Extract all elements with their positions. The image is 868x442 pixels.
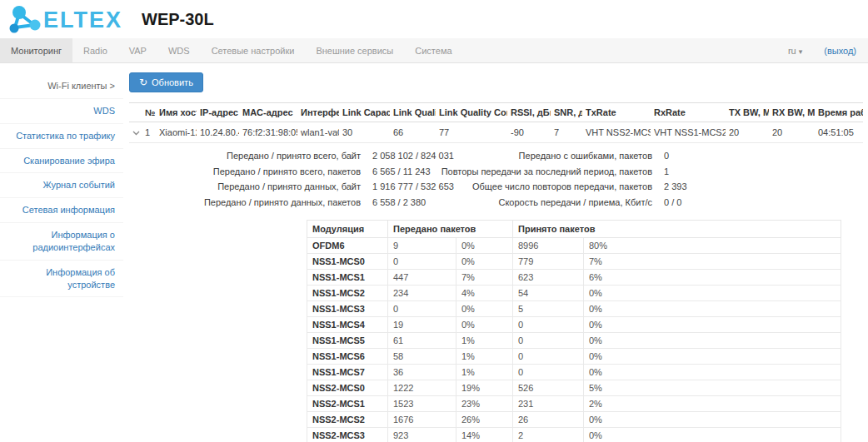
clients-table-header-row: №Имя хостаIP-адресMAC-адресИнтерфейсLink… bbox=[129, 103, 863, 122]
stats-left-group: Передано / принято всего, байт2 058 102 … bbox=[129, 148, 454, 210]
client-num: 1 bbox=[142, 122, 156, 143]
mod-cell: 6% bbox=[584, 270, 841, 286]
sidebar-item-7[interactable]: Информация об устройстве bbox=[0, 261, 123, 298]
sidebar-item-1[interactable]: WDS bbox=[0, 99, 123, 124]
sidebar-item-4[interactable]: Журнал событий bbox=[0, 173, 123, 198]
mod-cell: 0% bbox=[456, 254, 513, 270]
mod-cell: 14% bbox=[456, 428, 513, 442]
modulation-row: NSS1-MCS000%7797% bbox=[307, 254, 841, 270]
modulation-header-2: Принято пакетов bbox=[513, 221, 841, 238]
mod-cell: 80% bbox=[584, 238, 841, 254]
mod-cell: 61 bbox=[388, 333, 456, 349]
refresh-icon: ↻ bbox=[139, 77, 147, 87]
tab-2[interactable]: VAP bbox=[118, 38, 157, 62]
mod-cell: 231 bbox=[513, 396, 584, 412]
tab-0[interactable]: Мониторинг bbox=[0, 38, 72, 62]
main-content: ↻ Обновить №Имя хостаIP-адресMAC-адресИн… bbox=[123, 63, 868, 442]
mod-cell: 8996 bbox=[513, 238, 584, 254]
sidebar-item-5[interactable]: Сетевая информация bbox=[0, 198, 123, 223]
refresh-button[interactable]: ↻ Обновить bbox=[129, 72, 203, 92]
clients-header-13: RX BW, МГц bbox=[769, 103, 815, 122]
mod-cell: 0% bbox=[584, 428, 841, 442]
sidebar: Wi-Fi клиенты >WDSСтатистика по трафикуС… bbox=[0, 63, 123, 442]
mod-cell: NSS2-MCS0 bbox=[307, 380, 388, 396]
logo-text: ELTEX bbox=[43, 9, 122, 32]
tab-5[interactable]: Внешние сервисы bbox=[305, 38, 404, 62]
modulation-table-header-row: МодуляцияПередано пакетовПринято пакетов bbox=[307, 221, 841, 238]
page-title: WEP-30L bbox=[142, 10, 214, 29]
modulation-row: NSS1-MCS300%50% bbox=[307, 301, 841, 317]
clients-header-11: RxRate bbox=[651, 103, 726, 122]
sidebar-item-0[interactable]: Wi-Fi клиенты > bbox=[0, 74, 123, 99]
stat-row: Повторы передачи за последний период, па… bbox=[433, 164, 687, 180]
mod-cell: 0% bbox=[584, 333, 841, 349]
client-rssi: -90 bbox=[507, 122, 551, 143]
mod-cell: NSS2-MCS3 bbox=[307, 428, 388, 442]
mod-cell: 0 bbox=[513, 317, 584, 333]
mod-cell: 1% bbox=[456, 349, 513, 365]
modulation-header-1: Передано пакетов bbox=[388, 221, 513, 238]
mod-cell: 2% bbox=[584, 396, 841, 412]
sidebar-item-3[interactable]: Сканирование эфира bbox=[0, 149, 123, 174]
mod-cell: 234 bbox=[388, 286, 456, 301]
client-host: Xiaomi-12T bbox=[156, 122, 197, 143]
client-link_capacity: 30 bbox=[339, 122, 390, 143]
mod-cell: 26 bbox=[513, 412, 584, 428]
modulation-header-0: Модуляция bbox=[307, 221, 388, 238]
tab-4[interactable]: Сетевые настройки bbox=[201, 38, 306, 62]
mod-cell: 19% bbox=[456, 380, 513, 396]
sidebar-item-6[interactable]: Информация о радиоинтерфейсах bbox=[0, 223, 123, 261]
language-selector[interactable]: ru ▾ bbox=[788, 46, 802, 56]
clients-table: №Имя хостаIP-адресMAC-адресИнтерфейсLink… bbox=[129, 102, 863, 143]
clients-header-7: Link Quality Common bbox=[436, 103, 507, 122]
mod-cell: 5% bbox=[584, 380, 841, 396]
client-txrate: VHT NSS2-MCS2 39 bbox=[582, 122, 651, 143]
clients-header-8: RSSI, дБм bbox=[507, 103, 551, 122]
mod-cell: 19 bbox=[388, 317, 456, 333]
mod-cell: 0 bbox=[513, 333, 584, 349]
stat-row: Передано / принято данных, байт1 916 777… bbox=[129, 179, 454, 195]
mod-cell: 2 bbox=[513, 428, 584, 442]
sidebar-item-2[interactable]: Статистика по трафику bbox=[0, 124, 123, 149]
clients-header-0: № bbox=[142, 103, 156, 122]
expand-row-chevron[interactable] bbox=[129, 122, 142, 143]
mod-cell: 23% bbox=[456, 396, 513, 412]
tab-1[interactable]: Radio bbox=[72, 38, 118, 62]
chevron-down-icon: ▾ bbox=[799, 47, 803, 56]
stat-value: 2 393 bbox=[664, 179, 687, 195]
tab-6[interactable]: Система bbox=[404, 38, 462, 62]
nav-right: ru ▾ (выход) bbox=[788, 38, 868, 62]
top-bar: ELTEX WEP-30L bbox=[0, 0, 868, 38]
stat-label: Передано с ошибками, пакетов bbox=[433, 148, 664, 164]
client-uptime: 04:51:05 bbox=[815, 122, 863, 143]
mod-cell: 0% bbox=[456, 317, 513, 333]
tab-3[interactable]: WDS bbox=[157, 38, 201, 62]
mod-cell: NSS1-MCS1 bbox=[307, 270, 388, 286]
mod-cell: 1676 bbox=[388, 412, 456, 428]
stat-row: Общее число повторов передачи, пакетов2 … bbox=[433, 179, 687, 195]
client-mac: 76:f2:31:98:05:ba bbox=[239, 122, 297, 143]
mod-cell: 0 bbox=[388, 301, 456, 317]
mod-cell: 9 bbox=[388, 238, 456, 254]
mod-cell: NSS1-MCS2 bbox=[307, 286, 388, 301]
client-link_quality: 66 bbox=[390, 122, 436, 143]
mod-cell: 623 bbox=[513, 270, 584, 286]
mod-cell: 26% bbox=[456, 412, 513, 428]
client-row[interactable]: 1Xiaomi-12T10.24.80.4576:f2:31:98:05:baw… bbox=[129, 122, 863, 143]
client-rx_bw: 20 bbox=[769, 122, 815, 143]
mod-cell: 0 bbox=[388, 254, 456, 270]
mod-cell: 0% bbox=[456, 238, 513, 254]
eltex-logo: ELTEX bbox=[8, 5, 122, 35]
mod-cell: 7% bbox=[584, 254, 841, 270]
main-nav: МониторингRadioVAPWDSСетевые настройкиВн… bbox=[0, 38, 868, 63]
mod-cell: 1222 bbox=[388, 380, 456, 396]
mod-cell: 0 bbox=[513, 365, 584, 380]
mod-cell: 0% bbox=[584, 286, 841, 301]
mod-cell: OFDM6 bbox=[307, 238, 388, 254]
logout-link[interactable]: (выход) bbox=[824, 46, 856, 56]
mod-cell: 0% bbox=[456, 301, 513, 317]
refresh-button-label: Обновить bbox=[152, 77, 193, 87]
mod-cell: NSS1-MCS4 bbox=[307, 317, 388, 333]
language-label: ru bbox=[788, 46, 796, 56]
stat-label: Передано / принято всего, байт bbox=[129, 148, 372, 164]
